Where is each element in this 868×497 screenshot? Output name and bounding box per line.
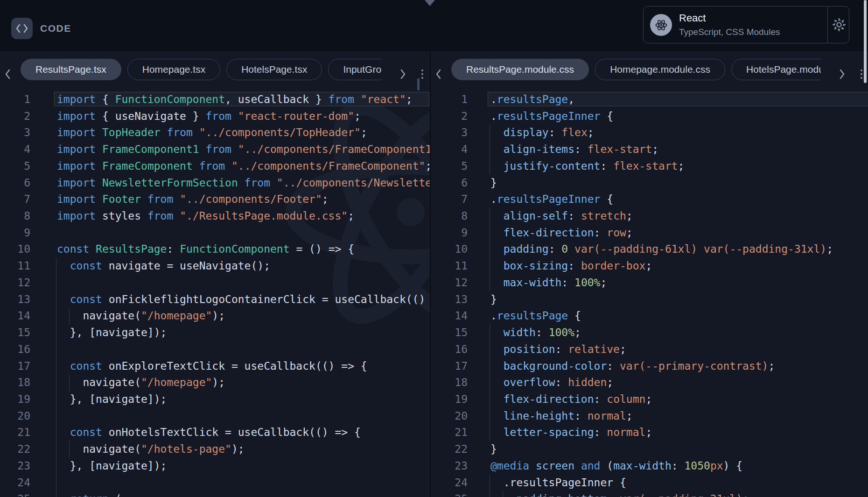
line-number: 14 <box>431 308 468 324</box>
code-line: 15 width: 100%; <box>431 324 868 341</box>
code-text: align-self: stretch; <box>490 208 633 225</box>
code-text: import NewsletterFormSection from "../co… <box>57 175 430 192</box>
code-line: 18 navigate("/homepage"); <box>0 374 430 391</box>
code-line: 23 }, [navigate]); <box>0 458 430 475</box>
tab-list: ResultsPage.tsxHomepage.tsxHotelsPage.ts… <box>21 59 382 80</box>
code-line: 15 }, [navigate]); <box>0 324 430 341</box>
code-text: .resultsPage { <box>490 308 581 324</box>
line-number: 10 <box>431 241 468 258</box>
code-line: 13} <box>431 291 868 308</box>
code-line: 1import { FunctionComponent, useCallback… <box>0 91 430 108</box>
code-text: navigate("/homepage"); <box>57 374 225 391</box>
line-number: 13 <box>0 291 30 308</box>
panel-css: ResultsPage.module.cssHomepage.module.cs… <box>430 51 868 497</box>
line-number: 9 <box>0 225 30 242</box>
code-editor-css[interactable]: 1.resultsPage,2.resultsPageInner {3 disp… <box>431 91 868 497</box>
code-line: 25 padding-bottom: var(--padding-21xl); <box>431 491 868 497</box>
line-number: 18 <box>431 374 468 391</box>
code-text: import FrameComponent from "../component… <box>57 158 430 175</box>
code-text: flex-direction: column; <box>490 391 652 408</box>
line-number: 8 <box>0 208 30 225</box>
code-line: 11 box-sizing: border-box; <box>431 258 868 275</box>
framework-subtitle: TypeScript, CSS Modules <box>679 27 780 37</box>
code-editor-tsx[interactable]: 1import { FunctionComponent, useCallback… <box>0 91 430 497</box>
line-number: 8 <box>431 208 468 225</box>
code-line: 3import TopHeader from "../components/To… <box>0 124 430 141</box>
panel-tsx: ResultsPage.tsxHomepage.tsxHotelsPage.ts… <box>0 51 430 497</box>
line-number: 22 <box>431 441 468 458</box>
editor-workspace: ResultsPage.tsxHomepage.tsxHotelsPage.ts… <box>0 51 868 497</box>
line-number: 22 <box>0 441 30 458</box>
code-line: 16 position: relative; <box>431 341 868 358</box>
code-line: 12 max-width: 100%; <box>431 275 868 291</box>
chevron-right-icon[interactable] <box>398 67 408 82</box>
line-number: 24 <box>0 475 30 491</box>
line-number: 15 <box>431 324 468 341</box>
tab-Homepage.module.css[interactable]: Homepage.module.css <box>595 59 725 80</box>
tab-bar: ResultsPage.tsxHomepage.tsxHotelsPage.ts… <box>0 51 430 91</box>
code-line: 1.resultsPage, <box>431 91 868 108</box>
code-text: }, [navigate]); <box>57 324 167 341</box>
code-line: 9 flex-direction: row; <box>431 225 868 242</box>
tab-ResultsPage.tsx[interactable]: ResultsPage.tsx <box>21 59 121 80</box>
editor-scrollbar-thumb[interactable] <box>417 78 420 90</box>
collapse-panel-icon[interactable] <box>425 0 435 6</box>
code-text: .resultsPage, <box>490 91 574 108</box>
code-text: .resultsPageInner { <box>490 475 626 491</box>
line-number: 1 <box>0 91 30 108</box>
chevron-right-icon[interactable] <box>837 67 847 82</box>
code-line: 20 <box>0 408 430 425</box>
window-scrollbar-thumb[interactable] <box>864 0 867 83</box>
code-line: 17 const onExploreTextClick = useCallbac… <box>0 358 430 375</box>
line-number: 15 <box>0 324 30 341</box>
tab-ResultsPage.module.css[interactable]: ResultsPage.module.css <box>451 59 589 80</box>
badge-divider <box>827 7 828 43</box>
code-text: justify-content: flex-start; <box>490 158 684 175</box>
code-line: 22} <box>431 441 868 458</box>
tab-HotelsPage.module.css[interactable]: HotelsPage.module.css <box>731 59 821 80</box>
chevron-left-icon[interactable] <box>433 67 443 82</box>
code-export-window: { "topbar": { "logo_label": "CODE", "fra… <box>0 0 868 497</box>
code-text: position: relative; <box>490 341 626 358</box>
line-number: 12 <box>0 275 30 291</box>
code-text: return ( <box>57 491 122 497</box>
line-number: 20 <box>0 408 30 425</box>
code-line: 19 }, [navigate]); <box>0 391 430 408</box>
code-text: padding: 0 var(--padding-61xl) var(--pad… <box>490 241 833 258</box>
code-line: 8 align-self: stretch; <box>431 208 868 225</box>
code-text: width: 100%; <box>490 324 581 341</box>
line-number: 4 <box>431 141 468 158</box>
code-line: 10const ResultsPage: FunctionComponent =… <box>0 241 430 258</box>
settings-button[interactable] <box>828 7 849 43</box>
code-line: 2.resultsPageInner { <box>431 108 868 125</box>
code-line: 9 <box>0 225 430 242</box>
chevron-left-icon[interactable] <box>2 67 13 82</box>
tab-InputGroup.tsx[interactable]: InputGroup.tsx <box>328 59 382 80</box>
code-text: }, [navigate]); <box>57 458 167 475</box>
tab-HotelsPage.tsx[interactable]: HotelsPage.tsx <box>226 59 322 80</box>
line-number: 11 <box>0 258 30 275</box>
line-number: 5 <box>0 158 30 175</box>
code-line: 6import NewsletterFormSection from "../c… <box>0 175 430 192</box>
code-text: display: flex; <box>490 124 594 141</box>
line-number: 5 <box>431 158 468 175</box>
tab-Homepage.tsx[interactable]: Homepage.tsx <box>127 59 220 80</box>
code-line: 6} <box>431 175 868 192</box>
line-number: 24 <box>431 475 468 491</box>
code-line: 25 return ( <box>0 491 430 497</box>
framework-selector[interactable]: React TypeScript, CSS Modules <box>643 6 849 43</box>
code-line: 5import FrameComponent from "../componen… <box>0 158 430 175</box>
code-text: const onFickleflightLogoContainerClick =… <box>57 291 430 308</box>
code-text: .resultsPageInner { <box>490 108 613 125</box>
line-number: 18 <box>0 374 30 391</box>
line-number: 21 <box>431 424 468 441</box>
code-text: import TopHeader from "../components/Top… <box>57 124 367 141</box>
line-number: 1 <box>431 91 468 108</box>
code-line: 11 const navigate = useNavigate(); <box>0 258 430 275</box>
code-text: @media screen and (max-width: 1050px) { <box>490 458 742 475</box>
line-number: 14 <box>0 308 30 324</box>
kebab-menu-icon[interactable] <box>419 67 426 82</box>
code-text: }, [navigate]); <box>57 391 167 408</box>
code-line: 24 .resultsPageInner { <box>431 475 868 491</box>
line-number: 21 <box>0 424 30 441</box>
